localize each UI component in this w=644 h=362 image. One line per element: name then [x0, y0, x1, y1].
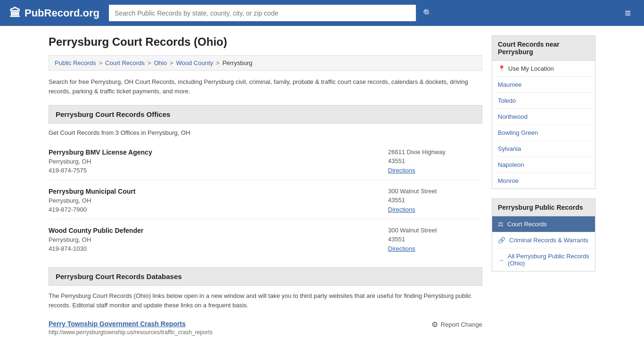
databases-section-header: Perrysburg Court Records Databases — [49, 267, 482, 286]
search-container: 🔍 — [109, 5, 439, 21]
record-label: All Perrysburg Public Records (Ohio) — [508, 253, 589, 267]
breadcrumb-sep-4: > — [216, 59, 220, 66]
db-left: Perry Township Government Crash Reports … — [49, 320, 213, 336]
sidebar-record-link[interactable]: 🔗 Criminal Records & Warrants — [492, 232, 595, 248]
sidebar-nearby-list: 📍 Use My Location MaumeeToledoNorthwoodB… — [492, 61, 595, 189]
sidebar-city-link[interactable]: Northwood — [492, 109, 595, 124]
sidebar-records-list: ⚖ Court Records 🔗 Criminal Records & War… — [492, 216, 595, 272]
sidebar-city-link[interactable]: Sylvania — [492, 141, 595, 156]
search-button[interactable]: 🔍 — [416, 5, 439, 21]
offices-section: Perrysburg Court Records Offices Get Cou… — [49, 105, 482, 258]
office-left: Perrysburg BMV License Agency Perrysburg… — [49, 148, 152, 174]
office-city: Perrysburg, OH — [49, 158, 152, 165]
databases-description: The Perrysburg Court Records (Ohio) link… — [49, 291, 482, 310]
record-icon: 🔗 — [498, 237, 505, 244]
offices-count: Get Court Records from 3 Offices in Perr… — [49, 129, 482, 136]
hamburger-icon: ≡ — [625, 7, 631, 19]
offices-list: Perrysburg BMV License Agency Perrysburg… — [49, 143, 482, 258]
office-address: 26611 Dixie Highway — [388, 148, 482, 156]
sidebar-nearby-title: Court Records near Perrysburg — [492, 35, 595, 61]
sidebar-city-link[interactable]: Bowling Green — [492, 125, 595, 140]
breadcrumb-sep-1: > — [99, 59, 102, 66]
office-left: Perrysburg Municipal Court Perrysburg, O… — [49, 188, 135, 213]
report-change-button[interactable]: ⚙ Report Change — [431, 320, 482, 329]
record-icon: → — [498, 256, 504, 263]
office-right: 300 Walnut Street 43551 Directions — [388, 188, 482, 213]
office-zip: 43551 — [388, 197, 482, 204]
sidebar-item-city[interactable]: Maumee — [492, 77, 595, 93]
sidebar-use-location[interactable]: 📍 Use My Location — [492, 61, 595, 77]
databases-list: Perry Township Government Crash Reports … — [49, 316, 482, 339]
sidebar: Court Records near Perrysburg 📍 Use My L… — [492, 35, 595, 339]
breadcrumb: Public Records > Court Records > Ohio > … — [49, 55, 482, 71]
sidebar-record-item[interactable]: 🔗 Criminal Records & Warrants — [492, 232, 595, 248]
sidebar-city-link[interactable]: Napoleon — [492, 157, 595, 173]
header: 🏛 PubRecord.org 🔍 ≡ — [0, 0, 644, 26]
database-entry: Perry Township Government Crash Reports … — [49, 316, 482, 339]
sidebar-record-link[interactable]: → All Perrysburg Public Records (Ohio) — [492, 248, 595, 271]
report-icon: ⚙ — [431, 320, 438, 329]
office-zip: 43551 — [388, 157, 482, 165]
office-name: Perrysburg Municipal Court — [49, 188, 135, 195]
main-container: Perrysburg Court Records (Ohio) Public R… — [39, 26, 605, 349]
sidebar-city-link[interactable]: Monroe — [492, 173, 595, 189]
breadcrumb-sep-3: > — [170, 59, 173, 66]
sidebar-record-item[interactable]: ⚖ Court Records — [492, 216, 595, 232]
logo-icon: 🏛 — [9, 7, 21, 20]
search-input[interactable] — [109, 5, 416, 21]
office-right: 300 Walnut Street 43551 Directions — [388, 227, 482, 252]
sidebar-item-city[interactable]: Monroe — [492, 173, 595, 189]
sidebar-item-city[interactable]: Bowling Green — [492, 125, 595, 141]
breadcrumb-ohio[interactable]: Ohio — [154, 59, 166, 66]
db-title-link[interactable]: Perry Township Government Crash Reports — [49, 320, 186, 328]
sidebar-item-city[interactable]: Toledo — [492, 93, 595, 109]
sidebar-record-item[interactable]: → All Perrysburg Public Records (Ohio) — [492, 248, 595, 271]
use-location-label: Use My Location — [508, 65, 554, 72]
sidebar-records-title: Perrysburg Public Records — [492, 198, 595, 216]
sidebar-city-link[interactable]: Maumee — [492, 77, 595, 92]
office-city: Perrysburg, OH — [49, 236, 143, 243]
office-entry: Wood County Public Defender Perrysburg, … — [49, 221, 482, 258]
office-left: Wood County Public Defender Perrysburg, … — [49, 227, 143, 252]
record-icon: ⚖ — [498, 221, 504, 228]
directions-link[interactable]: Directions — [388, 167, 415, 174]
location-icon: 📍 — [498, 65, 505, 72]
record-label: Court Records — [507, 221, 547, 228]
logo-text: PubRecord.org — [25, 7, 99, 19]
logo[interactable]: 🏛 PubRecord.org — [9, 7, 99, 20]
db-url: http://www.perrysburgtownship.us/resourc… — [49, 329, 213, 336]
office-right: 26611 Dixie Highway 43551 Directions — [388, 148, 482, 174]
sidebar-record-link[interactable]: ⚖ Court Records — [492, 216, 595, 232]
content-area: Perrysburg Court Records (Ohio) Public R… — [49, 35, 482, 339]
office-name: Perrysburg BMV License Agency — [49, 148, 152, 156]
offices-section-header: Perrysburg Court Records Offices — [49, 105, 482, 123]
sidebar-item-city[interactable]: Northwood — [492, 109, 595, 125]
office-address: 300 Walnut Street — [388, 227, 482, 234]
directions-link[interactable]: Directions — [388, 206, 415, 213]
intro-text: Search for free Perrysburg, OH Court Rec… — [49, 77, 482, 96]
office-phone: 419-874-1030 — [49, 245, 143, 252]
sidebar-item-city[interactable]: Sylvania — [492, 141, 595, 157]
office-zip: 43551 — [388, 236, 482, 243]
breadcrumb-perrysburg: Perrysburg — [223, 59, 253, 66]
databases-section: Perrysburg Court Records Databases The P… — [49, 267, 482, 339]
office-address: 300 Walnut Street — [388, 188, 482, 195]
record-label: Criminal Records & Warrants — [509, 237, 588, 244]
search-icon: 🔍 — [423, 9, 432, 17]
office-entry: Perrysburg BMV License Agency Perrysburg… — [49, 143, 482, 180]
report-change-label: Report Change — [441, 321, 482, 328]
breadcrumb-public-records[interactable]: Public Records — [55, 59, 96, 66]
sidebar-city-link[interactable]: Toledo — [492, 93, 595, 108]
office-name: Wood County Public Defender — [49, 227, 143, 234]
sidebar-item-city[interactable]: Napoleon — [492, 157, 595, 173]
breadcrumb-wood-county[interactable]: Wood County — [176, 59, 214, 66]
office-entry: Perrysburg Municipal Court Perrysburg, O… — [49, 182, 482, 219]
breadcrumb-court-records[interactable]: Court Records — [105, 59, 145, 66]
menu-button[interactable]: ≡ — [621, 5, 635, 21]
office-city: Perrysburg, OH — [49, 197, 135, 204]
page-title: Perrysburg Court Records (Ohio) — [49, 35, 482, 49]
breadcrumb-sep-2: > — [148, 59, 151, 66]
office-phone: 419-874-7575 — [49, 167, 152, 174]
directions-link[interactable]: Directions — [388, 245, 415, 252]
office-phone: 419-872-7900 — [49, 206, 135, 213]
